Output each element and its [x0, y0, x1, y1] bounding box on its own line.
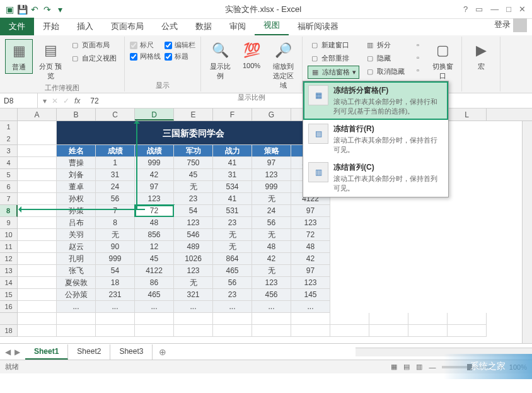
zoom-100-button[interactable]: 💯100%: [238, 39, 265, 71]
tab-review[interactable]: 审阅: [221, 18, 255, 35]
data-cell[interactable]: 23: [213, 217, 252, 229]
cell[interactable]: [18, 277, 57, 289]
data-cell[interactable]: 123: [291, 277, 330, 289]
switch-window-button[interactable]: ▢切换窗口: [429, 39, 456, 82]
data-cell[interactable]: 董卓: [57, 181, 96, 193]
unhide-button[interactable]: ▢取消隐藏: [363, 66, 407, 78]
data-cell[interactable]: 123: [174, 265, 213, 277]
page-layout-button[interactable]: ▢页面布局: [68, 39, 119, 51]
ribbon-display-icon[interactable]: ▭: [475, 4, 483, 14]
view-side-button[interactable]: ▫: [411, 39, 425, 50]
gridlines-checkbox[interactable]: 网格线: [130, 52, 161, 61]
sync-scroll-button[interactable]: ▫: [411, 52, 425, 63]
data-cell[interactable]: ...: [135, 301, 174, 313]
data-cell[interactable]: 123: [252, 277, 291, 289]
data-cell[interactable]: 48: [252, 241, 291, 253]
add-sheet-button[interactable]: ⊕: [153, 344, 173, 360]
data-cell[interactable]: 孙权: [57, 193, 96, 205]
name-box[interactable]: D8: [0, 93, 38, 108]
data-cell[interactable]: 刘备: [57, 169, 96, 181]
col-header-E[interactable]: E: [174, 109, 213, 120]
data-cell[interactable]: 无: [96, 229, 135, 241]
data-cell[interactable]: 4122: [135, 265, 174, 277]
cell[interactable]: [369, 325, 408, 337]
tab-start[interactable]: 开始: [34, 18, 68, 35]
data-cell[interactable]: 48: [291, 241, 330, 253]
freeze-panes-button[interactable]: ▦冻结窗格 ▾: [308, 66, 359, 79]
data-cell[interactable]: 546: [174, 229, 213, 241]
custom-view-button[interactable]: ▢自定义视图: [68, 52, 119, 64]
sheet-nav-prev-icon[interactable]: ◀: [5, 348, 11, 356]
row-header-9[interactable]: 9: [0, 217, 18, 229]
data-cell[interactable]: 999: [135, 157, 174, 169]
horizontal-scrollbar[interactable]: [356, 348, 532, 356]
data-cell[interactable]: 54: [96, 265, 135, 277]
data-cell[interactable]: 321: [174, 289, 213, 301]
col-header-G[interactable]: G: [252, 109, 291, 120]
view-pagebreak-icon[interactable]: ▥: [416, 363, 422, 371]
undo-icon[interactable]: ↶: [29, 4, 40, 15]
zoom-value[interactable]: 100%: [509, 363, 527, 371]
row-header-13[interactable]: 13: [0, 265, 18, 277]
row-header-1-2[interactable]: 12: [0, 121, 18, 145]
table-header[interactable]: 策略: [252, 145, 291, 157]
row-header-12[interactable]: 12: [0, 253, 18, 265]
data-cell[interactable]: 42: [135, 169, 174, 181]
data-cell[interactable]: 45: [135, 253, 174, 265]
data-cell[interactable]: 41: [213, 193, 252, 205]
split-button[interactable]: ▥拆分: [363, 39, 407, 51]
data-cell[interactable]: ...: [252, 301, 291, 313]
arrange-all-button[interactable]: ▢全部重排: [308, 52, 359, 64]
sheet-tab-Sheet1[interactable]: Sheet1: [25, 344, 68, 360]
headings-checkbox[interactable]: 标题: [165, 52, 195, 61]
data-cell[interactable]: 无: [174, 181, 213, 193]
cell[interactable]: [18, 193, 57, 205]
cell[interactable]: [57, 325, 96, 337]
data-cell[interactable]: 531: [213, 205, 252, 217]
row-header-18[interactable]: 18: [0, 325, 18, 337]
data-cell[interactable]: ...: [96, 301, 135, 313]
data-cell[interactable]: 999: [252, 181, 291, 193]
freeze-panes-option[interactable]: ▦ 冻结拆分窗格(F)滚动工作表其余部分时，保持行和列可见(基于当前的选择)。: [303, 81, 448, 120]
redo-icon[interactable]: ↷: [42, 4, 53, 15]
row-header-5[interactable]: 5: [0, 169, 18, 181]
data-cell[interactable]: 56: [96, 193, 135, 205]
col-header-A[interactable]: A: [18, 109, 57, 120]
save-icon[interactable]: 💾: [16, 4, 28, 15]
cell[interactable]: [448, 325, 487, 337]
cell[interactable]: [174, 313, 213, 325]
data-cell[interactable]: 45: [174, 169, 213, 181]
data-cell[interactable]: ...: [57, 301, 96, 313]
data-cell[interactable]: 97: [291, 205, 330, 217]
namebox-dropdown-icon[interactable]: ▾: [43, 97, 47, 105]
cell[interactable]: [213, 325, 252, 337]
row-header-15[interactable]: 15: [0, 289, 18, 301]
freeze-first-col-option[interactable]: ▥ 冻结首列(C)滚动工作表其余部分时，保持首列可见。: [303, 158, 448, 197]
data-cell[interactable]: ...: [174, 301, 213, 313]
normal-view-button[interactable]: ▦普通: [5, 39, 33, 74]
data-cell[interactable]: 42: [252, 253, 291, 265]
reset-pos-button[interactable]: ▫: [411, 64, 425, 76]
cell[interactable]: [18, 229, 57, 241]
cell[interactable]: [18, 217, 57, 229]
data-cell[interactable]: 72: [291, 229, 330, 241]
cell[interactable]: [291, 313, 330, 325]
table-header[interactable]: 战绩: [135, 145, 174, 157]
data-cell[interactable]: 赵云: [57, 241, 96, 253]
zoom-out-icon[interactable]: —: [429, 363, 436, 371]
sheet-tab-Sheet2[interactable]: Sheet2: [68, 344, 110, 360]
data-cell[interactable]: 123: [252, 169, 291, 181]
cell[interactable]: [174, 325, 213, 337]
data-cell[interactable]: 86: [135, 277, 174, 289]
row-header-16[interactable]: 16: [0, 301, 18, 313]
cell[interactable]: [369, 313, 408, 325]
row-header-7[interactable]: 7: [0, 193, 18, 205]
row-header-10[interactable]: 10: [0, 229, 18, 241]
col-header-F[interactable]: F: [213, 109, 252, 120]
tab-data[interactable]: 数据: [187, 18, 221, 35]
data-cell[interactable]: 123: [291, 217, 330, 229]
sheet-nav-next-icon[interactable]: ▶: [14, 348, 20, 356]
row-header-3[interactable]: 3: [0, 145, 18, 157]
data-cell[interactable]: 18: [96, 277, 135, 289]
view-normal-icon[interactable]: ▦: [391, 363, 397, 371]
